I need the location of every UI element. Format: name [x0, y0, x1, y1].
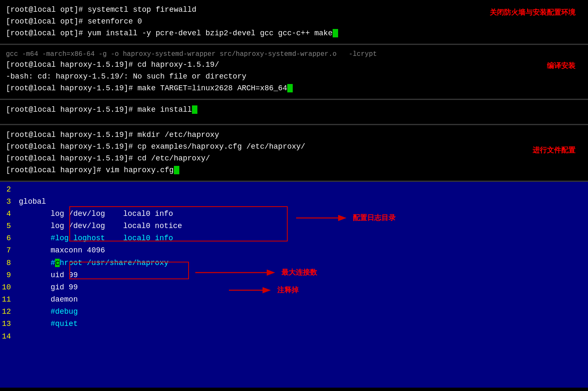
terminal-line: -bash: cd: haproxy-1.5.19/: No such file…: [6, 71, 582, 83]
section-compile: gcc -m64 -march=x86-64 -g -o haproxy-sys…: [0, 45, 588, 100]
vim-line-3: 3 global: [0, 196, 588, 208]
terminal-line: [root@local haproxy-1.5.19]# make TARGET…: [6, 83, 582, 94]
terminal-line: [root@local haproxy-1.5.19]# cp examples…: [6, 141, 582, 153]
terminal-line: [root@local haproxy-1.5.19]# cd /etc/hap…: [6, 153, 582, 165]
annotation-file-config: 进行文件配置: [533, 145, 575, 155]
terminal-line: [root@local haproxy]# vim haproxy.cfg: [6, 165, 582, 176]
cursor: [287, 84, 293, 92]
cursor: [192, 105, 197, 114]
terminal-line: [root@local haproxy-1.5.19]# cd haproxy-…: [6, 59, 582, 71]
section-vim-editor: 2 3 global 4 log /dev/log local0 info 5 …: [0, 182, 588, 388]
vim-line-10: 10 gid 99: [0, 281, 588, 294]
terminal-line: [root@local opt]# yum install -y pcre-de…: [6, 28, 582, 39]
vim-line-2: 2: [0, 184, 588, 196]
section-file-config: [root@local haproxy-1.5.19]# mkdir /etc/…: [0, 125, 588, 182]
section-make-install: [root@local haproxy-1.5.19]# make instal…: [0, 100, 588, 125]
terminal-line: [root@local haproxy-1.5.19]# mkdir /etc/…: [6, 129, 582, 141]
vim-line-6: 6 #log loghost local0 info: [0, 232, 588, 244]
vim-line-9: 9 uid 99: [0, 269, 588, 281]
terminal-line: [root@local opt]# setenforce 0: [6, 16, 582, 28]
vim-line-7: 7 maxconn 4096: [0, 244, 588, 257]
cursor: [174, 166, 179, 174]
vim-content: 2 3 global 4 log /dev/log local0 info 5 …: [0, 182, 588, 344]
cursor: [333, 29, 338, 37]
vim-line-11: 11 daemon: [0, 294, 588, 306]
vim-cursor-char: c: [55, 259, 60, 267]
vim-line-13: 13 #quiet: [0, 318, 588, 330]
section-firewall: [root@local opt]# systemctl stop firewal…: [0, 0, 588, 45]
terminal-line: [root@local haproxy-1.5.19]# make instal…: [6, 104, 582, 116]
vim-line-8: 8 #chroot /usr/share/haproxy: [0, 257, 588, 269]
vim-line-4: 4 log /dev/log local0 info: [0, 208, 588, 220]
annotation-firewall: 关闭防火墙与安装配置环境: [490, 8, 575, 17]
annotation-compile: 编译安装: [547, 61, 575, 71]
vim-line-12: 12 #debug: [0, 306, 588, 318]
vim-line-14: 14: [0, 331, 588, 343]
terminal-line: gcc -m64 -march=x86-64 -g -o haproxy-sys…: [6, 49, 582, 60]
vim-line-5: 5 log /dev/log local0 notice: [0, 220, 588, 232]
